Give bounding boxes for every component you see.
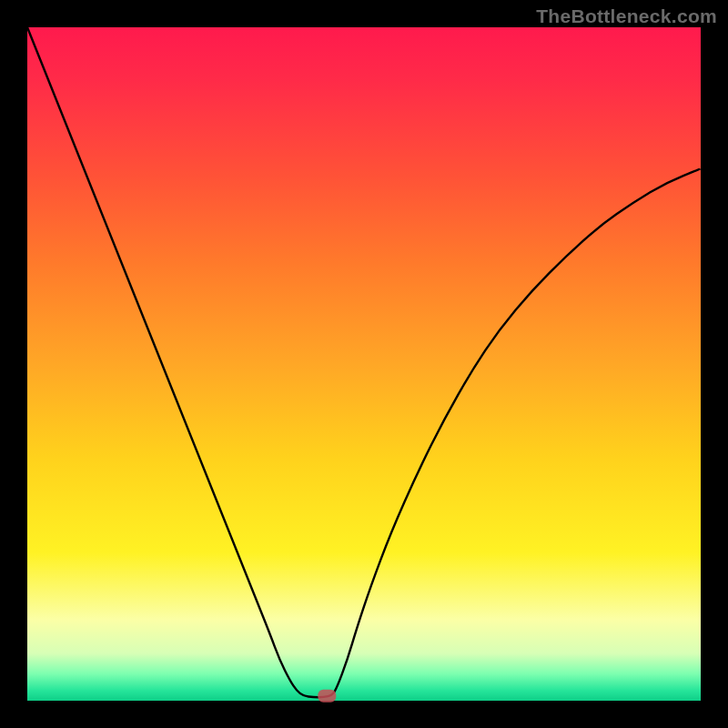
chart-svg [27,27,701,701]
minimum-marker [318,690,336,703]
watermark-text: TheBottleneck.com [536,5,717,27]
chart-plot-area [27,27,701,701]
bottleneck-curve [27,27,701,697]
